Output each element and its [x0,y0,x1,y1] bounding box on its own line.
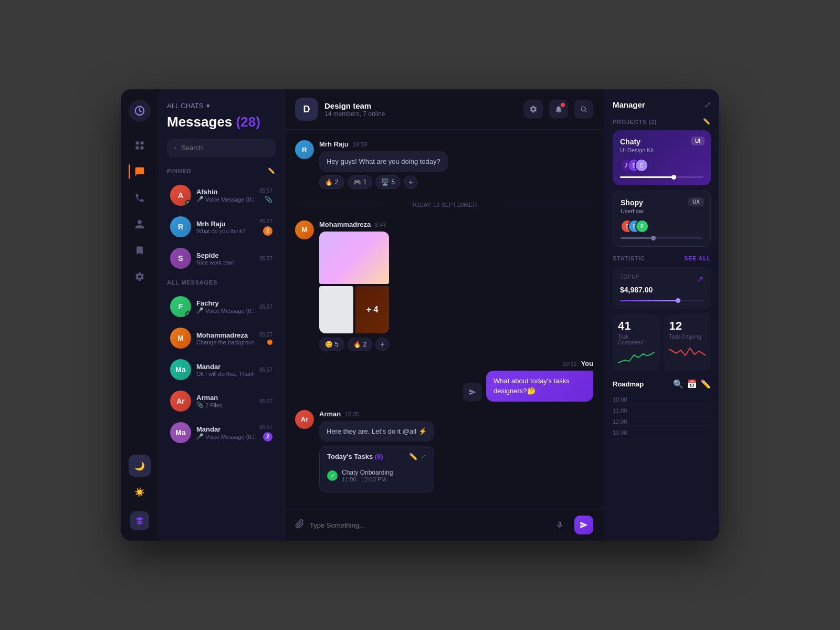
task-ongoing-label: Task Ongoing [669,334,706,340]
task-completed-label: Task Completed [618,334,655,345]
own-message-wrapper: You 10:32 What about today's tasks desig… [436,360,593,402]
roadmap-search-btn[interactable]: 🔍 [673,379,684,389]
chat-item-mrhraju[interactable]: R Mrh Raju What do you think? 05:57 2 [167,212,276,242]
project-members-shopy: D E F [621,219,703,233]
chat-info-sepide: Sepide Nice work btw! [196,251,254,266]
nav-chat-btn[interactable] [129,161,151,183]
reaction-add-btn-2[interactable]: + [375,338,389,351]
app-container: 🌙 ☀️ ALL CHATS ▾ Messages (28) PINNED [121,89,719,541]
roadmap-section: Roadmap 🔍 📅 ✏️ 10:00 11:00 12:00 13:00 [613,379,711,438]
roadmap-time-4: 13:00 [613,427,711,438]
chat-item-mandar[interactable]: Ma Mandar Ok I will do that. Thanks 05:5… [167,355,276,384]
chat-header-info: Design team 14 members, 7 online [324,101,518,118]
roadmap-edit-btn[interactable]: ✏️ [700,379,711,389]
bottom-logo[interactable] [130,511,149,530]
reaction-add-btn[interactable]: + [404,175,417,189]
statistic-title: STATISTIC See all [613,255,711,261]
edit-icon[interactable]: ✏️ [268,167,276,174]
task-ongoing-number: 12 [669,319,706,333]
chat-item-afshin[interactable]: A Afshin 🎤 Voice Message (0:23) 05:57 📎 [167,181,276,210]
chat-item-sepide[interactable]: S Sepide Nice work btw! 05:57 [167,244,276,273]
roadmap-title: Roadmap [613,380,644,388]
reaction-fire[interactable]: 🔥 2 [319,175,344,189]
task-expand-icon[interactable]: ⤢ [421,453,426,460]
reaction-laptop[interactable]: 🖥️ 5 [375,175,401,189]
projects-edit-icon[interactable]: ✏️ [703,118,711,125]
project-card-chaty: UI Chaty UI Design Kit A B C [613,130,711,185]
date-divider: TODAY, 13 SEPTEMBER [295,202,593,208]
reaction-smile[interactable]: 😊 5 [319,338,344,351]
project-progress-fill-chaty [620,176,674,178]
chat-info-arman: Arman 📎 2 Files [196,394,254,408]
message-action-btn[interactable] [463,383,482,402]
theme-light-btn[interactable]: ☀️ [129,481,151,503]
project-progress-fill-shopy [621,237,654,239]
messages-title: Messages (28) [167,114,276,130]
reaction-game[interactable]: 🎮 1 [348,175,373,189]
topup-progress-fill [620,300,678,301]
chat-info-afshin: Afshin 🎤 Voice Message (0:23) [196,188,254,203]
task-completed-chart [618,350,655,365]
avatar-fachry: F [170,296,191,317]
task-completed-number: 41 [618,319,655,333]
see-all-btn[interactable]: See all [684,255,711,261]
search-icon [173,144,177,152]
task-edit-icon[interactable]: ✏️ [409,453,417,460]
task-ongoing-card: 12 Task Ongoing [664,314,711,371]
chat-area: D Design team 14 members, 7 online [285,89,604,541]
reactions-2: 😊 5 🔥 2 + [319,338,389,351]
theme-dark-btn[interactable]: 🌙 [129,455,151,477]
expand-btn[interactable]: ⤢ [704,100,711,110]
group-avatar: D [295,98,318,121]
chat-item-mohammadreza[interactable]: M Mohammadreza Change the background 05:… [167,323,276,353]
msg-content-2: Mohammadreza 8:47 + 4 😊 5 🔥 2 + [319,220,389,351]
send-btn[interactable] [574,516,593,534]
img-plus-label: + 4 [355,286,390,333]
chat-info-fachry: Fachry 🎤 Voice Message (0:11) [196,299,254,314]
online-dot-fachry [185,311,191,317]
nav-phone-btn[interactable] [129,187,151,209]
search-input[interactable] [181,144,269,152]
search-chat-btn[interactable] [574,100,593,119]
voice-btn[interactable] [550,516,569,534]
nav-grid-btn[interactable] [129,134,151,156]
project-type-ux: UX [688,197,704,206]
project-progress-shopy [621,237,703,239]
project-progress-chaty [620,176,704,178]
attach-btn[interactable] [295,519,304,531]
nav-settings-btn[interactable] [129,266,151,288]
chat-input-field[interactable] [310,521,545,529]
task-card-header: Today's Tasks (8) ✏️ ⤢ [327,453,426,460]
statistic-section: STATISTIC See all TOPUP $4,987.00 ↗ [613,255,711,371]
nav-contacts-btn[interactable] [129,213,151,235]
task-completed-card: 41 Task Completed [613,314,660,371]
right-panel-title: Manager [613,100,645,109]
messages-body: R Mrh Raju 19:59 Hey guys! What are you … [285,130,604,509]
all-chats-label: ALL CHATS [167,102,203,110]
settings-btn[interactable] [524,100,543,119]
svg-rect-2 [141,142,144,145]
chat-item-arman[interactable]: Ar Arman 📎 2 Files 05:57 [167,386,276,416]
avatar-afshin: A [170,185,191,206]
svg-point-5 [581,107,585,111]
chat-header: D Design team 14 members, 7 online [285,89,604,130]
reactions-1: 🔥 2 🎮 1 🖥️ 5 + [319,175,448,189]
nav-bottom: 🌙 ☀️ [129,455,151,530]
message-row-2: M Mohammadreza 8:47 + 4 😊 5 [295,220,593,351]
all-chats-header[interactable]: ALL CHATS ▾ [167,102,276,110]
msg-content-3: You 10:32 What about today's tasks desig… [486,360,593,402]
msg-avatar-arman: Ar [295,410,314,429]
img-cell-3: + 4 [355,286,390,333]
topup-label: TOPUP [620,274,704,280]
task-ongoing-chart [669,344,706,360]
app-logo[interactable] [129,100,151,122]
reaction-fire-2[interactable]: 🔥 2 [348,338,373,351]
roadmap-time-3: 12:00 [613,416,711,427]
roadmap-actions: 🔍 📅 ✏️ [673,379,711,389]
pm-avatar-3: C [635,159,648,172]
notification-btn[interactable] [549,100,568,119]
nav-bookmark-btn[interactable] [129,239,151,261]
chat-item-fachry[interactable]: F Fachry 🎤 Voice Message (0:11) 05:57 [167,292,276,321]
chat-item-mandar2[interactable]: Ma Mandar 🎤 Voice Message (0:23) 05:57 2 [167,418,276,447]
roadmap-calendar-btn[interactable]: 📅 [687,379,697,389]
